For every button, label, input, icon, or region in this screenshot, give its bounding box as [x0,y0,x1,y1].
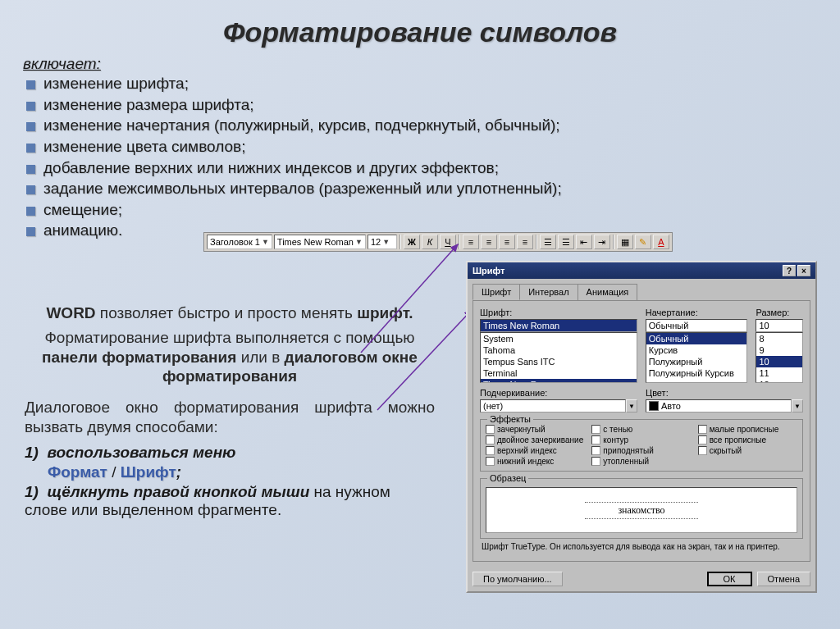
decrease-indent-button[interactable]: ⇤ [576,235,592,249]
size-label: Размер: [756,308,803,317]
sample-group: Образец знакомство [480,478,803,539]
bullet-item: смещение; [26,199,817,221]
bullet-list: изменение шрифта; изменение размера шриф… [23,73,817,241]
dialog-titlebar: Шрифт ? × [468,262,815,279]
ok-button[interactable]: ОК [707,572,752,586]
font-dialog: Шрифт ? × Шрифт Интервал Анимация Шрифт:… [466,261,817,593]
font-combo[interactable]: Times New Roman▼ [274,235,366,249]
color-combo[interactable]: Авто▼ [646,399,803,412]
chk-allcaps[interactable]: все прописные [698,435,797,444]
help-button[interactable]: ? [783,265,796,276]
align-center-button[interactable]: ≡ [481,235,497,249]
font-listbox[interactable]: System Tahoma Tempus Sans ITC Terminal T… [480,332,637,383]
intro-text: включает: [23,55,817,73]
style-label: Начертание: [646,308,748,317]
bullet-item: добавление верхних или нижних индексов и… [26,157,817,179]
default-button[interactable]: По умолчанию... [472,572,563,586]
size-listbox[interactable]: 8 9 10 11 12 [756,332,803,383]
formatting-toolbar: Заголовок 1▼ Times New Roman▼ 12▼ Ж К Ч … [203,232,673,252]
increase-indent-button[interactable]: ⇥ [594,235,610,249]
dialog-title: Шрифт [472,266,504,276]
numbered-list-button[interactable]: ☰ [540,235,556,249]
underline-combo[interactable]: (нет)▼ [480,399,637,412]
bulleted-list-button[interactable]: ☰ [558,235,574,249]
align-justify-button[interactable]: ≡ [517,235,533,249]
color-label: Цвет: [646,388,803,398]
font-input[interactable]: Times New Roman [480,319,637,332]
bullet-item: изменение шрифта; [26,73,817,94]
underline-label: Подчеркивание: [480,388,637,398]
font-desc: Шрифт TrueType. Он используется для выво… [480,539,803,554]
tab-font[interactable]: Шрифт [472,284,520,300]
chk-outline[interactable]: контур [591,435,691,444]
size-combo[interactable]: 12▼ [368,235,397,249]
bullet-item: изменение начертания (полужирный, курсив… [26,115,817,136]
font-color-button[interactable]: A [653,235,669,249]
font-label: Шрифт: [480,308,637,317]
tab-spacing[interactable]: Интервал [519,284,578,300]
bold-button[interactable]: Ж [404,235,420,249]
size-input[interactable]: 10 [756,319,803,332]
body-text-block: WORD позволяет быстро и просто менять шр… [25,303,435,521]
sample-text: знакомство [585,502,697,519]
style-combo[interactable]: Заголовок 1▼ [207,235,272,249]
chk-emboss[interactable]: приподнятый [591,446,691,455]
chk-shadow[interactable]: с тенью [591,425,691,434]
chk-double-strike[interactable]: двойное зачеркивание [486,435,585,444]
italic-button[interactable]: К [422,235,438,249]
tab-animation[interactable]: Анимация [578,284,638,300]
underline-button[interactable]: Ч [440,235,456,249]
close-button[interactable]: × [797,265,810,276]
effects-group: Эффекты зачеркнутый с тенью малые пропис… [480,419,803,472]
word-label: WORD [46,304,95,321]
highlight-button[interactable]: ✎ [635,235,651,249]
dialog-tabs: Шрифт Интервал Анимация [468,279,815,300]
chk-hidden[interactable]: скрытый [698,446,797,455]
chk-strikethrough[interactable]: зачеркнутый [486,425,585,434]
align-left-button[interactable]: ≡ [463,235,479,249]
chk-smallcaps[interactable]: малые прописные [698,425,797,434]
align-right-button[interactable]: ≡ [499,235,515,249]
chk-superscript[interactable]: верхний индекс [486,446,585,455]
style-listbox[interactable]: Обычный Курсив Полужирный Полужирный Кур… [646,332,748,383]
border-button[interactable]: ▦ [617,235,633,249]
bullet-item: изменение цвета символов; [26,136,817,157]
cancel-button[interactable]: Отмена [757,572,810,586]
page-title: Форматирование символов [23,16,817,48]
bullet-item: задание межсимвольных интервалов (разреж… [26,178,817,199]
bullet-item: изменение размера шрифта; [26,94,817,116]
style-input[interactable]: Обычный [646,319,748,332]
chk-subscript[interactable]: нижний индекс [486,457,585,466]
chk-engrave[interactable]: утопленный [591,457,691,466]
